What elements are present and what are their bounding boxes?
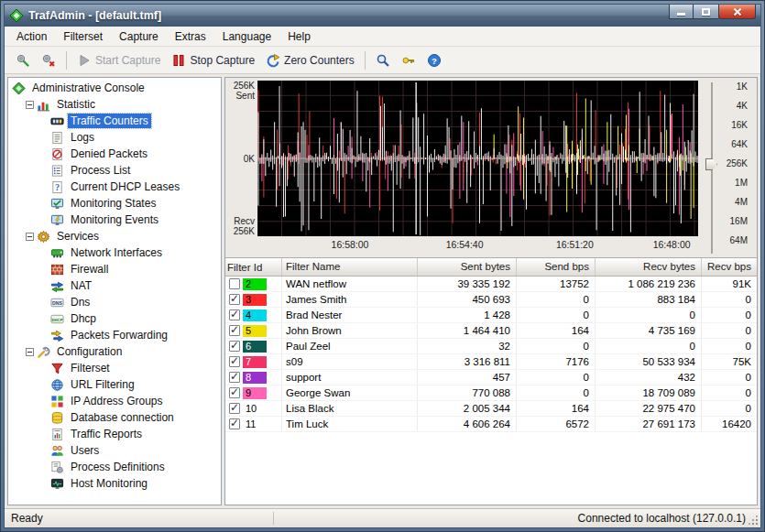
tree-item-statistic[interactable]: Statistic bbox=[8, 96, 221, 113]
disconnect-icon bbox=[41, 53, 56, 68]
column-header-filter-id[interactable]: Filter Id bbox=[225, 258, 282, 276]
table-row[interactable]: 5John Brown1 464 4101644 735 1690 bbox=[225, 323, 757, 339]
cell-name: Paul Zeel bbox=[282, 339, 418, 353]
stop-capture-icon bbox=[171, 53, 186, 68]
row-checkbox[interactable] bbox=[229, 356, 240, 367]
close-button[interactable] bbox=[718, 5, 756, 19]
tree-item-ip-address-groups[interactable]: IP Address Groups bbox=[8, 393, 221, 409]
menu-extras[interactable]: Extras bbox=[167, 27, 214, 46]
tree-item-label: Logs bbox=[68, 130, 97, 145]
table-row[interactable]: 4Brad Nester1 428000 bbox=[225, 308, 757, 323]
table-row[interactable]: 9George Swan770 088018 709 0890 bbox=[225, 385, 757, 401]
minimize-button[interactable] bbox=[669, 5, 694, 19]
help-button[interactable]: ? bbox=[421, 49, 447, 71]
process-list-icon bbox=[50, 164, 64, 178]
titlebar[interactable]: TrafAdmin - [default.tmf] bbox=[5, 5, 760, 27]
stop-capture-label: Stop Capture bbox=[190, 54, 255, 67]
stop-capture-button[interactable]: Stop Capture bbox=[166, 49, 260, 71]
tree-item-nat[interactable]: NAT bbox=[8, 277, 221, 294]
row-checkbox[interactable] bbox=[229, 418, 240, 429]
table-row[interactable]: 10Lisa Black2 005 34416422 975 4700 bbox=[225, 401, 757, 417]
row-checkbox[interactable] bbox=[229, 309, 240, 320]
tree-item-label: Filterset bbox=[68, 361, 113, 375]
row-checkbox[interactable] bbox=[229, 372, 240, 383]
menu-capture[interactable]: Capture bbox=[111, 27, 167, 46]
network-interfaces-icon bbox=[50, 246, 64, 260]
tree-item-filterset[interactable]: Filterset bbox=[8, 360, 221, 376]
tree-item-denied-packets[interactable]: Denied Packets bbox=[8, 146, 221, 162]
column-header-recv-bytes[interactable]: Recv bytes bbox=[596, 258, 702, 276]
cell-send-bps: 6572 bbox=[517, 417, 596, 431]
row-checkbox[interactable] bbox=[229, 278, 240, 289]
cell-send-bps: 7176 bbox=[517, 354, 596, 369]
column-header-filter-name[interactable]: Filter Name bbox=[282, 258, 418, 276]
row-checkbox[interactable] bbox=[229, 294, 240, 305]
expand-toggle[interactable] bbox=[26, 233, 34, 241]
tree-item-dns[interactable]: DNSDns bbox=[8, 294, 221, 310]
table-row[interactable]: 3James Smith450 6930883 1840 bbox=[225, 292, 757, 308]
ip-address-groups-icon bbox=[50, 395, 64, 408]
table-row[interactable]: 11Tim Luck4 606 264657227 691 17316420 bbox=[225, 417, 757, 432]
menu-action[interactable]: Action bbox=[8, 27, 55, 46]
tree-item-dhcp[interactable]: DHCPDhcp bbox=[8, 310, 221, 327]
tree-item-host-monitoring[interactable]: Host Monitoring bbox=[8, 475, 221, 492]
tree-item-firewall[interactable]: Firewall bbox=[8, 261, 221, 277]
filter-id-cell: 9 bbox=[225, 385, 282, 400]
filters-table: Filter IdFilter NameSent bytesSend bpsRe… bbox=[225, 257, 757, 505]
tree-item-logs[interactable]: Logs bbox=[8, 129, 221, 146]
tree-item-services[interactable]: Services bbox=[8, 228, 221, 244]
row-checkbox[interactable] bbox=[229, 341, 240, 352]
column-header-sent-bytes[interactable]: Sent bytes bbox=[418, 258, 517, 276]
svg-text:DHCP: DHCP bbox=[51, 317, 62, 321]
cell-recv-bps: 0 bbox=[702, 292, 757, 307]
tree-item-monitoring-states[interactable]: Monitoring States bbox=[8, 195, 221, 212]
column-header-recv-bps[interactable]: Recv bps bbox=[702, 258, 757, 276]
tree-item-current-dhcp-leases[interactable]: ?Current DHCP Leases bbox=[8, 179, 221, 195]
dhcp-icon: DHCP bbox=[50, 312, 64, 326]
table-row[interactable]: 6Paul Zeel32000 bbox=[225, 339, 757, 354]
zero-counters-button[interactable]: Zero Counters bbox=[260, 49, 360, 71]
tree-item-packets-forwarding[interactable]: Packets Forwarding bbox=[8, 327, 221, 343]
start-capture-button[interactable]: Start Capture bbox=[71, 49, 166, 71]
cell-name: s09 bbox=[282, 354, 418, 369]
tree-item-configuration[interactable]: Configuration bbox=[8, 343, 221, 360]
tree-item-monitoring-events[interactable]: Monitoring Events bbox=[8, 212, 221, 228]
toolbar-separator bbox=[365, 51, 366, 70]
connect-button[interactable] bbox=[10, 49, 36, 71]
menu-help[interactable]: Help bbox=[279, 27, 319, 46]
zoom-slider-thumb[interactable] bbox=[705, 158, 717, 170]
tree-item-traffic-counters[interactable]: Traffic Counters bbox=[8, 113, 221, 129]
key-button[interactable] bbox=[396, 49, 421, 71]
row-checkbox[interactable] bbox=[229, 403, 240, 414]
find-filter-button[interactable] bbox=[370, 49, 396, 71]
filter-id-badge: 7 bbox=[243, 356, 267, 368]
tree-item-process-definitions[interactable]: Process Definitions bbox=[8, 459, 221, 475]
tree-item-users[interactable]: Users bbox=[8, 442, 221, 459]
resize-grip[interactable] bbox=[748, 515, 759, 526]
cell-recv-bytes: 883 184 bbox=[596, 292, 702, 307]
table-row[interactable]: 8support45704320 bbox=[225, 370, 757, 385]
cell-name: George Swan bbox=[282, 385, 418, 400]
tree-item-network-interfaces[interactable]: Network Interfaces bbox=[8, 244, 221, 261]
table-row[interactable]: 2WAN netflow39 335 192137521 086 219 236… bbox=[225, 277, 757, 292]
scale-label: 256K bbox=[727, 159, 748, 168]
expand-toggle[interactable] bbox=[26, 348, 34, 356]
time-axis-label: 16:48:00 bbox=[653, 239, 691, 250]
table-row[interactable]: 7s093 316 811717650 533 93475K bbox=[225, 354, 757, 370]
tree-item-administrative-console[interactable]: Administrative Console bbox=[8, 80, 221, 96]
filter-id-badge: 8 bbox=[243, 372, 267, 384]
column-header-send-bps[interactable]: Send bps bbox=[517, 258, 596, 276]
menu-filterset[interactable]: Filterset bbox=[55, 27, 111, 46]
cell-recv-bps: 0 bbox=[702, 401, 757, 416]
expand-toggle[interactable] bbox=[26, 101, 34, 109]
tree-item-process-list[interactable]: Process List bbox=[8, 162, 221, 179]
tree-item-traffic-reports[interactable]: Traffic Reports bbox=[8, 426, 221, 442]
disconnect-button[interactable] bbox=[36, 49, 61, 71]
tree-item-database-connection[interactable]: Database connection bbox=[8, 409, 221, 426]
row-checkbox[interactable] bbox=[229, 387, 240, 398]
row-checkbox[interactable] bbox=[229, 325, 240, 336]
tree-item-url-filtering[interactable]: URL Filtering bbox=[8, 376, 221, 393]
maximize-button[interactable] bbox=[694, 5, 718, 19]
menu-language[interactable]: Language bbox=[214, 27, 279, 46]
cell-recv-bps: 0 bbox=[702, 370, 757, 385]
